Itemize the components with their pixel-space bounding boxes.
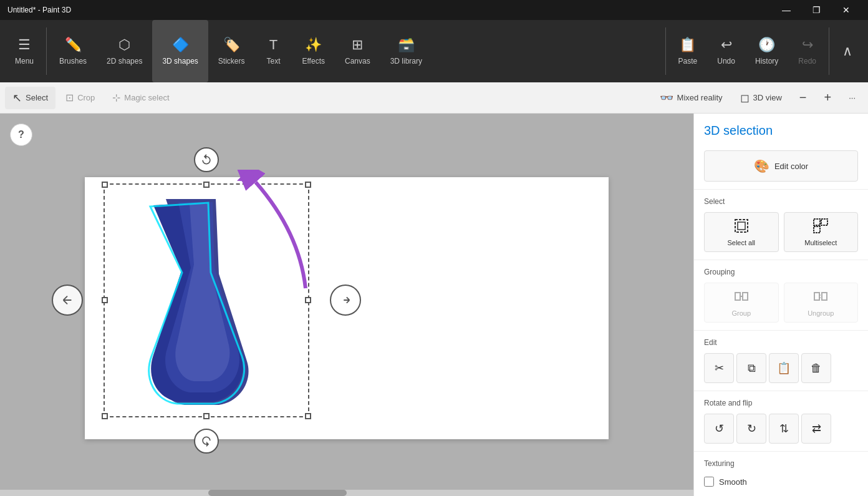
select-all-button[interactable]: Select all [704,212,779,252]
edit-section-label: Edit [694,333,868,351]
zoom-out-button[interactable]: − [792,87,814,109]
edit-color-label: Edit color [774,162,808,171]
shapes-3d-icon: 🔷 [172,37,189,53]
shapes-2d-label: 2D shapes [107,57,142,66]
titlebar-controls: — ❐ ✕ [772,0,861,20]
text-button[interactable]: T Text [255,20,292,82]
handle-top-left[interactable] [102,182,108,188]
group-icon [734,289,749,307]
select-label: Select [26,93,48,102]
handle-bottom-left[interactable] [102,413,108,419]
ungroup-button[interactable]: Ungroup [784,283,859,323]
rotate-section-label: Rotate and flip [694,394,868,411]
select-all-label: Select all [727,239,755,246]
paste-button[interactable]: 📋 Paste [668,20,708,82]
library-label: 3D library [390,57,422,66]
rotate-icons-row: ↺ ↻ ⇅ ⇄ [694,411,868,449]
rotation-handle-top[interactable] [194,147,219,172]
multiselect-button[interactable]: Multiselect [784,212,859,252]
cursor-icon: ↖ [12,91,22,105]
svg-rect-4 [814,219,820,225]
magic-select-label: Magic select [124,93,169,102]
handle-mid-right[interactable] [305,297,311,303]
divider-5 [694,451,868,452]
crop-tool[interactable]: ⊡ Crop [58,87,102,109]
undo-button[interactable]: ↩ Undo [707,20,745,82]
undo-icon: ↩ [721,37,732,53]
zoom-in-button[interactable]: + [816,87,839,109]
expand-button[interactable]: ∧ [832,20,863,82]
library-icon: 🗃️ [398,37,415,53]
side-panel: 3D selection 🎨 Edit color Select Select … [693,114,868,496]
minimize-button[interactable]: — [772,0,801,20]
shapes-2d-icon: ⬡ [118,37,130,53]
view-3d-label: 3D view [753,93,782,102]
toolbar: ☰ Menu ✏️ Brushes ⬡ 2D shapes 🔷 3D shape… [0,20,868,82]
brushes-button[interactable]: ✏️ Brushes [49,20,97,82]
redo-button[interactable]: ↪ Redo [788,20,826,82]
canvas-area[interactable]: ? [0,114,693,496]
expand-icon: ∧ [842,43,852,59]
handle-top-right[interactable] [305,182,311,188]
scrollbar-thumb[interactable] [208,490,347,496]
edit-color-button[interactable]: 🎨 Edit color [704,150,858,182]
brushes-label: Brushes [59,57,87,66]
view-3d-button[interactable]: ◻ 3D view [733,87,789,109]
subtoolbar-right: 👓 Mixed reality ◻ 3D view − + ··· [652,87,863,109]
svg-rect-3 [738,222,745,230]
flip-horizontal-button[interactable]: ⇄ [801,414,831,444]
paste-edit-button[interactable]: 📋 [769,353,799,383]
rotate-left-icon: ↺ [715,422,724,435]
delete-button[interactable]: 🗑 [801,353,831,383]
side-handle-right[interactable] [330,284,361,316]
more-options-button[interactable]: ··· [841,87,863,109]
rotate-right-button[interactable]: ↻ [736,414,766,444]
group-label: Group [731,309,751,317]
svg-rect-6 [814,226,820,233]
help-button[interactable]: ? [10,124,32,146]
shapes-3d-button[interactable]: 🔷 3D shapes [152,20,208,82]
stickers-button[interactable]: 🏷️ Stickers [208,20,255,82]
toolbar-sep-1 [46,27,47,75]
flip-vertical-button[interactable]: ⇅ [769,414,799,444]
shapes-3d-label: 3D shapes [162,57,198,66]
menu-button[interactable]: ☰ Menu [5,20,44,82]
magic-select-tool[interactable]: ⊹ Magic select [105,87,176,109]
maximize-button[interactable]: ❐ [802,0,831,20]
multiselect-icon [813,218,828,236]
history-button[interactable]: 🕐 History [745,20,788,82]
canvas-scrollbar[interactable] [0,490,693,496]
rotate-right-icon: ↻ [747,422,756,435]
copy-button[interactable]: ⧉ [736,353,766,383]
smooth-checkbox[interactable] [704,477,714,487]
handle-bottom-right[interactable] [305,413,311,419]
handle-bottom-mid[interactable] [203,413,210,419]
select-section-label: Select [694,192,868,210]
close-button[interactable]: ✕ [832,0,861,20]
svg-rect-9 [814,293,819,300]
mixed-reality-button[interactable]: 👓 Mixed reality [652,87,730,109]
ungroup-icon [813,289,828,307]
rotation-handle-bottom[interactable] [194,429,219,454]
texturing-section-label: Texturing [694,454,868,472]
library-button[interactable]: 🗃️ 3D library [380,20,432,82]
cut-icon: ✂ [715,361,724,375]
handle-mid-left[interactable] [102,297,108,303]
grouping-buttons-row: Group Ungroup [694,280,868,328]
canvas-button[interactable]: ⊞ Canvas [335,20,380,82]
subtoolbar: ↖ Select ⊡ Crop ⊹ Magic select 👓 Mixed r… [0,82,868,114]
shapes-2d-button[interactable]: ⬡ 2D shapes [97,20,152,82]
effects-button[interactable]: ✨ Effects [292,20,335,82]
rotate-left-button[interactable]: ↺ [704,414,734,444]
redo-icon: ↪ [802,37,813,53]
cut-button[interactable]: ✂ [704,353,734,383]
side-handle-left[interactable] [52,284,83,316]
zoom-in-label: + [824,90,831,105]
effects-icon: ✨ [305,37,322,53]
canvas-label: Canvas [345,57,370,66]
titlebar-title: Untitled* - Paint 3D [7,6,772,14]
divider-3 [694,330,868,331]
edit-icons-row: ✂ ⧉ 📋 🗑 [694,351,868,388]
select-tool[interactable]: ↖ Select [5,87,55,109]
group-button[interactable]: Group [704,283,779,323]
